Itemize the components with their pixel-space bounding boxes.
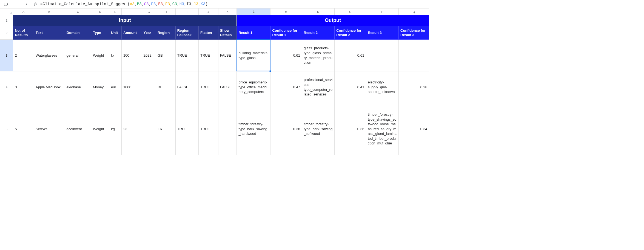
col-header-Q[interactable]: Q: [399, 8, 429, 15]
formula-input[interactable]: =Climatiq_Calculate_Autopilot_Suggest(A3…: [40, 2, 208, 6]
col-header-I[interactable]: I: [175, 8, 198, 15]
col-header-F[interactable]: F: [121, 8, 142, 15]
cell-Q5[interactable]: 0.34: [399, 103, 429, 155]
cell-A5[interactable]: 5: [13, 103, 34, 155]
cell-O5[interactable]: 0.36: [335, 103, 366, 155]
cell-C5[interactable]: ecoinvent: [65, 103, 91, 155]
cell-D3[interactable]: Weight: [91, 40, 109, 71]
col-header-O[interactable]: O: [335, 8, 366, 15]
cell-H4[interactable]: DE: [156, 71, 176, 103]
cell-I4[interactable]: FALSE: [175, 71, 198, 103]
hdr-conf-3[interactable]: Confidence for Result 3: [399, 26, 429, 40]
hdr-result-1[interactable]: Result 1: [237, 26, 270, 40]
cell-C3[interactable]: general: [65, 40, 91, 71]
col-header-A[interactable]: A: [13, 8, 34, 15]
cell-A3[interactable]: 2: [13, 40, 34, 71]
cell-B4[interactable]: Apple MacBook: [34, 71, 65, 103]
divider: [31, 1, 31, 7]
cell-G3[interactable]: 2022: [142, 40, 156, 71]
hdr-result-2[interactable]: Result 2: [302, 26, 335, 40]
cell-C4[interactable]: exiobase: [65, 71, 91, 103]
cell-F4[interactable]: 1000: [121, 71, 142, 103]
col-header-N[interactable]: N: [302, 8, 335, 15]
cell-E3[interactable]: lb: [109, 40, 121, 71]
col-header-K[interactable]: K: [218, 8, 237, 15]
table-row: 4 3 Apple MacBook exiobase Money eur 100…: [0, 71, 429, 103]
col-header-E[interactable]: E: [109, 8, 121, 15]
hdr-type[interactable]: Type: [91, 26, 109, 40]
banner-input[interactable]: Input: [13, 15, 237, 26]
row-header-5[interactable]: 5: [0, 103, 13, 155]
col-header-C[interactable]: C: [65, 8, 91, 15]
hdr-result-3[interactable]: Result 3: [366, 26, 399, 40]
cell-A4[interactable]: 3: [13, 71, 34, 103]
cell-D5[interactable]: Weight: [91, 103, 109, 155]
hdr-no-of-results[interactable]: No. of Results: [13, 26, 34, 40]
cell-P5[interactable]: timber_forestry-type_shavings_softwood_l…: [366, 103, 399, 155]
cell-F5[interactable]: 23: [121, 103, 142, 155]
hdr-text[interactable]: Text: [34, 26, 65, 40]
cell-H5[interactable]: FR: [156, 103, 176, 155]
col-header-J[interactable]: J: [198, 8, 218, 15]
row-header-3[interactable]: 3: [0, 40, 13, 71]
cell-M4[interactable]: 0.47: [270, 71, 302, 103]
cell-B3[interactable]: Waterglasses: [34, 40, 65, 71]
cell-H3[interactable]: GB: [156, 40, 176, 71]
cell-K3[interactable]: FALSE: [218, 40, 237, 71]
cell-J4[interactable]: TRUE: [198, 71, 218, 103]
col-header-H[interactable]: H: [156, 8, 176, 15]
row-header-2[interactable]: 2: [0, 26, 13, 40]
hdr-flatten[interactable]: Flatten: [198, 26, 218, 40]
cell-N4[interactable]: professional_services-type_computer_rela…: [302, 71, 335, 103]
row-header-1[interactable]: 1: [0, 15, 13, 26]
cell-L5[interactable]: timber_forestry-type_bark_sawing_hardwoo…: [237, 103, 270, 155]
col-header-P[interactable]: P: [366, 8, 399, 15]
col-header-G[interactable]: G: [142, 8, 156, 15]
cell-J5[interactable]: TRUE: [198, 103, 218, 155]
cell-N5[interactable]: timber_forestry-type_bark_sawing_softwoo…: [302, 103, 335, 155]
cell-E5[interactable]: kg: [109, 103, 121, 155]
cell-N3[interactable]: glass_products-type_glass_primary_materi…: [302, 40, 335, 71]
hdr-region-fallback[interactable]: Region Fallback: [175, 26, 198, 40]
cell-J3[interactable]: TRUE: [198, 40, 218, 71]
cell-O4[interactable]: 0.41: [335, 71, 366, 103]
hdr-domain[interactable]: Domain: [65, 26, 91, 40]
cell-E4[interactable]: eur: [109, 71, 121, 103]
col-header-L[interactable]: L: [237, 8, 270, 15]
cell-P3[interactable]: [366, 40, 399, 71]
fx-icon: fx: [33, 2, 39, 6]
cell-G4[interactable]: [142, 71, 156, 103]
cell-L3[interactable]: building_materials-type_glass: [237, 40, 270, 71]
hdr-amount[interactable]: Amount: [121, 26, 142, 40]
cell-B5[interactable]: Screws: [34, 103, 65, 155]
cell-L4[interactable]: office_equipment-type_office_machinery_c…: [237, 71, 270, 103]
hdr-show-details[interactable]: Show Details: [218, 26, 237, 40]
hdr-conf-2[interactable]: Confidence for Result 2: [335, 26, 366, 40]
hdr-conf-1[interactable]: Confidence for Result 1: [270, 26, 302, 40]
cell-M5[interactable]: 0.38: [270, 103, 302, 155]
cell-M3[interactable]: 0.61: [270, 40, 302, 71]
cell-O3[interactable]: 0.61: [335, 40, 366, 71]
cell-Q4[interactable]: 0.28: [399, 71, 429, 103]
spreadsheet-grid[interactable]: A B C D E F G H I J K L M N O P Q: [0, 8, 644, 155]
col-header-B[interactable]: B: [34, 8, 65, 15]
cell-I3[interactable]: TRUE: [175, 40, 198, 71]
cell-P4[interactable]: electricity-supply_grid-source_unknown: [366, 71, 399, 103]
cell-D4[interactable]: Money: [91, 71, 109, 103]
hdr-year[interactable]: Year: [142, 26, 156, 40]
select-all-corner[interactable]: [0, 8, 13, 15]
cell-F3[interactable]: 100: [121, 40, 142, 71]
hdr-region[interactable]: Region: [156, 26, 176, 40]
cell-Q3[interactable]: [399, 40, 429, 71]
name-box[interactable]: L3 ▾: [2, 1, 29, 7]
cell-G5[interactable]: [142, 103, 156, 155]
col-header-D[interactable]: D: [91, 8, 109, 15]
hdr-unit[interactable]: Unit: [109, 26, 121, 40]
cell-K5[interactable]: [218, 103, 237, 155]
cell-I5[interactable]: TRUE: [175, 103, 198, 155]
col-header-M[interactable]: M: [270, 8, 302, 15]
cell-K4[interactable]: FALSE: [218, 71, 237, 103]
row-header-4[interactable]: 4: [0, 71, 13, 103]
banner-output[interactable]: Output: [237, 15, 429, 26]
table-row: 5 5 Screws ecoinvent Weight kg 23 FR TRU…: [0, 103, 429, 155]
